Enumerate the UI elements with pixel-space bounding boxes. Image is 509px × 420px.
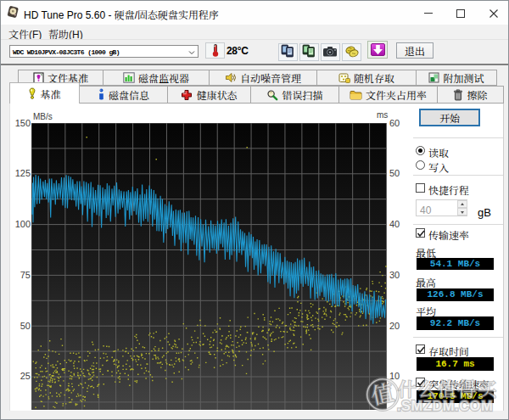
svg-text:.SMZDM.COM: .SMZDM.COM bbox=[397, 398, 493, 413]
